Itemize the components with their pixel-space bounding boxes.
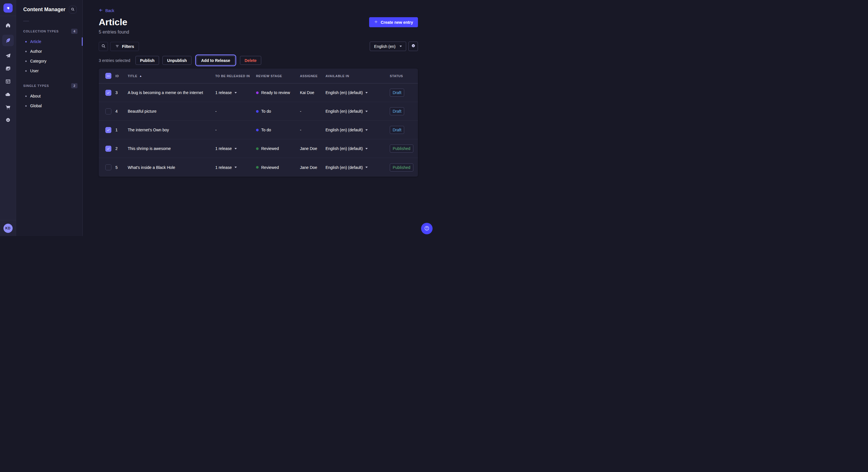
- content-type-builder-layout-icon[interactable]: [2, 78, 14, 85]
- status-badge: Draft: [390, 89, 404, 97]
- subnav-search-button[interactable]: [69, 6, 76, 13]
- row-release: -: [215, 128, 256, 132]
- column-header-review-stage: REVIEW STAGE: [256, 74, 300, 78]
- chevron-down-icon: [365, 167, 368, 168]
- select-all-checkbox[interactable]: [105, 73, 112, 79]
- releases-paper-plane-icon[interactable]: [2, 52, 14, 59]
- subnav-sections: COLLECTION TYPES4ArticleAuthorCategoryUs…: [16, 29, 82, 111]
- row-status: Draft: [390, 107, 414, 115]
- row-checkbox[interactable]: [105, 90, 112, 96]
- row-title[interactable]: Beautiful picture: [128, 109, 215, 113]
- main-content: Back Article 5 entries found Create new …: [83, 0, 434, 236]
- row-release: -: [215, 109, 256, 113]
- avatar[interactable]: KD: [3, 224, 12, 233]
- entries-count: 5 entries found: [99, 30, 129, 35]
- row-checkbox[interactable]: [105, 164, 112, 170]
- sidebar-item-article[interactable]: Article: [16, 37, 82, 46]
- chevron-down-icon: [235, 92, 237, 94]
- sidebar-item-author[interactable]: Author: [16, 46, 82, 56]
- review-stage-label: To do: [261, 128, 271, 132]
- column-header-to-be-released-in: TO BE RELEASED IN: [215, 74, 256, 78]
- filters-button[interactable]: Filters: [110, 42, 139, 51]
- section-label: SINGLE TYPES: [23, 84, 49, 88]
- home-icon[interactable]: [2, 22, 14, 29]
- subnav-divider: [23, 21, 29, 21]
- content-manager-feather-icon[interactable]: [2, 35, 14, 46]
- section-label: COLLECTION TYPES: [23, 30, 59, 33]
- bullet-icon: [25, 61, 27, 62]
- column-header-id[interactable]: ID: [115, 74, 128, 78]
- plus-icon: [374, 20, 378, 25]
- back-link[interactable]: Back: [99, 8, 114, 13]
- settings-gear-icon[interactable]: [2, 117, 14, 124]
- sidebar-item-about[interactable]: About: [16, 91, 82, 101]
- chevron-down-icon: [235, 148, 237, 149]
- app-window: KD Content Manager COLLECTION TYPES4Arti…: [0, 0, 434, 236]
- entries-table: ID TITLE ▲ TO BE RELEASED IN REVIEW STAG…: [99, 69, 418, 177]
- sidebar-item-category[interactable]: Category: [16, 56, 82, 66]
- row-release[interactable]: 1 release: [215, 146, 256, 151]
- row-assignee: Jane Doe: [300, 165, 326, 170]
- row-status: Published: [390, 164, 414, 171]
- question-mark-circle-icon: [424, 225, 430, 232]
- media-library-images-icon[interactable]: [2, 65, 14, 72]
- publish-button[interactable]: Publish: [135, 56, 159, 65]
- locale-value: English (en) (default): [326, 109, 363, 113]
- row-release[interactable]: 1 release: [215, 165, 256, 170]
- search-button[interactable]: [99, 42, 108, 51]
- row-checkbox[interactable]: [105, 146, 112, 152]
- review-stage-label: To do: [261, 109, 271, 113]
- row-available-in[interactable]: English (en) (default): [326, 109, 390, 113]
- table-row: 5What's inside a Black Hole1 releaseRevi…: [99, 158, 418, 177]
- table-row: 1The internet's Own boy-To do-English (e…: [99, 121, 418, 139]
- row-available-in[interactable]: English (en) (default): [326, 90, 390, 95]
- delete-button[interactable]: Delete: [240, 56, 261, 65]
- list-settings-button[interactable]: [408, 42, 418, 51]
- column-header-assignee: ASSIGNEE: [300, 74, 326, 78]
- table-row: 4Beautiful picture-To do-English (en) (d…: [99, 102, 418, 121]
- table-row: 3A bug is becoming a meme on the interne…: [99, 83, 418, 102]
- gear-icon: [411, 43, 415, 49]
- row-title[interactable]: What's inside a Black Hole: [128, 165, 215, 170]
- content-manager-subnav: Content Manager COLLECTION TYPES4Article…: [16, 0, 83, 236]
- chevron-down-icon: [400, 45, 402, 47]
- sidebar-item-label: About: [30, 94, 41, 98]
- sidebar-item-user[interactable]: User: [16, 66, 82, 76]
- chevron-down-icon: [365, 92, 368, 94]
- row-available-in[interactable]: English (en) (default): [326, 165, 390, 170]
- table-header-row: ID TITLE ▲ TO BE RELEASED IN REVIEW STAG…: [99, 69, 418, 83]
- row-release[interactable]: 1 release: [215, 90, 256, 95]
- marketplace-cart-icon[interactable]: [2, 104, 14, 111]
- row-review-stage: To do: [256, 128, 300, 132]
- row-checkbox[interactable]: [105, 108, 112, 114]
- review-stage-dot-icon: [256, 166, 259, 169]
- row-assignee: Kai Doe: [300, 90, 326, 95]
- strapi-logo-icon[interactable]: [3, 3, 12, 12]
- review-stage-label: Ready to review: [261, 90, 290, 95]
- locale-select[interactable]: English (en): [370, 42, 406, 51]
- row-checkbox[interactable]: [105, 127, 112, 133]
- column-header-title[interactable]: TITLE ▲: [128, 74, 215, 78]
- locale-value: English (en) (default): [326, 128, 363, 132]
- release-value: -: [215, 109, 217, 113]
- chevron-down-icon: [365, 111, 368, 112]
- row-available-in[interactable]: English (en) (default): [326, 146, 390, 151]
- create-new-entry-button[interactable]: Create new entry: [369, 17, 418, 27]
- status-badge: Published: [390, 144, 413, 153]
- row-title[interactable]: A bug is becoming a meme on the internet: [128, 90, 215, 95]
- status-badge: Draft: [390, 107, 404, 115]
- help-button[interactable]: [421, 223, 433, 234]
- row-available-in[interactable]: English (en) (default): [326, 128, 390, 132]
- unpublish-button[interactable]: Unpublish: [162, 56, 191, 65]
- release-value: 1 release: [215, 90, 232, 95]
- sidebar-item-global[interactable]: Global: [16, 101, 82, 111]
- row-title[interactable]: The internet's Own boy: [128, 128, 215, 132]
- deploy-cloud-icon[interactable]: [2, 91, 14, 98]
- add-to-release-button[interactable]: Add to Release: [197, 56, 235, 65]
- row-title[interactable]: This shrimp is awesome: [128, 146, 215, 151]
- bullet-icon: [25, 51, 27, 52]
- release-value: -: [215, 128, 217, 132]
- sidebar-item-label: Author: [30, 49, 42, 54]
- page-title: Article: [99, 17, 129, 27]
- bullet-icon: [25, 96, 27, 97]
